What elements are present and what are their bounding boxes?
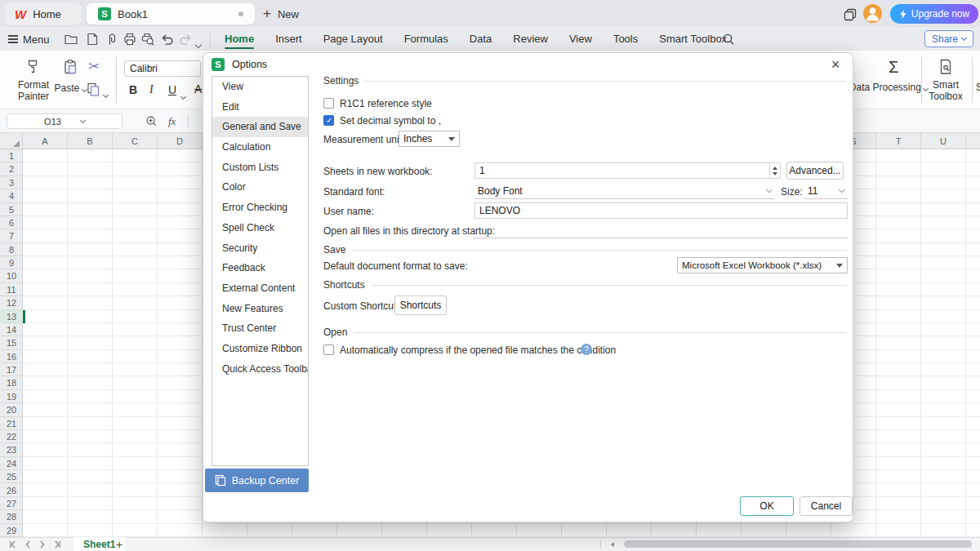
shortcuts-button[interactable]: Shortcuts: [394, 295, 447, 315]
next-sheet-icon[interactable]: [38, 540, 47, 549]
font-name-combobox[interactable]: Calibri: [124, 60, 201, 77]
startup-directory-input[interactable]: [473, 222, 848, 238]
tab-review[interactable]: Review: [502, 27, 559, 51]
row-header-17[interactable]: 17: [0, 363, 23, 376]
user-name-input[interactable]: LENOVO: [474, 202, 848, 219]
help-icon[interactable]: ?: [581, 344, 592, 355]
options-nav-color[interactable]: Color: [212, 177, 308, 198]
column-header-d[interactable]: D: [158, 133, 203, 149]
tab-formulas[interactable]: Formulas: [394, 27, 459, 51]
advanced-button[interactable]: Advanced...: [786, 162, 844, 180]
print-preview-icon[interactable]: [140, 32, 155, 47]
insert-function-button[interactable]: fx: [168, 115, 176, 128]
tab-data[interactable]: Data: [459, 27, 502, 51]
prev-sheet-icon[interactable]: [23, 540, 33, 549]
column-header-u[interactable]: U: [921, 133, 966, 149]
last-sheet-icon[interactable]: [52, 540, 62, 549]
redo-icon[interactable]: [178, 32, 193, 47]
export-icon[interactable]: [105, 32, 119, 47]
row-header-13[interactable]: 13: [0, 310, 23, 323]
column-header-b[interactable]: B: [68, 133, 113, 149]
column-header-a[interactable]: A: [23, 133, 68, 149]
underline-button[interactable]: U: [168, 83, 176, 96]
row-header-16[interactable]: 16: [0, 350, 23, 363]
main-menu-button[interactable]: Menu: [8, 31, 50, 47]
sheets-in-workbook-input[interactable]: 1: [474, 162, 781, 179]
decimal-symbol-checkbox[interactable]: [323, 115, 334, 126]
row-header-15[interactable]: 15: [0, 336, 23, 349]
row-header-10[interactable]: 10: [0, 269, 23, 282]
add-sheet-button[interactable]: +: [116, 538, 122, 551]
copy-options-chevron-icon[interactable]: [104, 86, 108, 100]
row-header-18[interactable]: 18: [0, 376, 23, 389]
upgrade-now-button[interactable]: Upgrade now: [890, 4, 978, 24]
column-header-v[interactable]: V: [966, 133, 980, 149]
row-header-9[interactable]: 9: [0, 256, 23, 269]
row-header-29[interactable]: 29: [0, 524, 23, 537]
underline-options-chevron-icon[interactable]: [181, 87, 185, 102]
tab-insert[interactable]: Insert: [265, 27, 313, 51]
sheets-spinner[interactable]: [769, 163, 780, 178]
name-box[interactable]: O13: [7, 113, 122, 129]
share-button[interactable]: Share: [924, 30, 973, 47]
row-header-8[interactable]: 8: [0, 243, 23, 256]
select-all-corner[interactable]: [0, 133, 23, 149]
options-nav-feedback[interactable]: Feedback: [212, 258, 308, 278]
row-header-3[interactable]: 3: [0, 176, 23, 189]
standard-font-select[interactable]: Body Font: [474, 183, 775, 199]
column-header-t[interactable]: T: [876, 133, 921, 149]
tab-tools[interactable]: Tools: [603, 27, 648, 51]
row-header-22[interactable]: 22: [0, 430, 23, 443]
tab-view[interactable]: View: [559, 27, 603, 51]
scissors-icon[interactable]: ✂: [88, 58, 100, 75]
row-header-14[interactable]: 14: [0, 323, 23, 336]
options-nav-custom-lists[interactable]: Custom Lists: [212, 158, 308, 178]
default-format-select[interactable]: Microsoft Excel Workbook (*.xlsx): [677, 257, 848, 273]
row-header-5[interactable]: 5: [0, 203, 23, 216]
user-avatar-icon[interactable]: [863, 4, 882, 23]
cancel-button[interactable]: Cancel: [800, 496, 853, 516]
copy-icon[interactable]: [85, 81, 101, 97]
save-icon[interactable]: [85, 32, 100, 47]
row-header-1[interactable]: 1: [0, 149, 23, 162]
scroll-left-icon[interactable]: [609, 541, 616, 548]
options-nav-error-checking[interactable]: Error Checking: [212, 198, 308, 218]
font-size-select[interactable]: 11: [804, 183, 848, 199]
horizontal-scrollbar[interactable]: [624, 540, 972, 548]
quick-access-more-icon[interactable]: [196, 36, 201, 51]
document-tab-book1[interactable]: S Book1: [87, 3, 255, 24]
row-header-27[interactable]: 27: [0, 497, 23, 510]
options-nav-edit[interactable]: Edit: [212, 97, 308, 118]
options-nav-spell-check[interactable]: Spell Check: [212, 218, 308, 238]
options-nav-general-and-save[interactable]: General and Save: [212, 117, 308, 137]
row-header-26[interactable]: 26: [0, 484, 23, 497]
first-sheet-icon[interactable]: [8, 540, 18, 549]
row-header-20[interactable]: 20: [0, 403, 23, 416]
row-header-23[interactable]: 23: [0, 443, 23, 456]
tab-home[interactable]: Home: [214, 27, 265, 51]
ok-button[interactable]: OK: [740, 496, 794, 516]
folder-open-icon[interactable]: [64, 32, 78, 47]
row-header-12[interactable]: 12: [0, 296, 23, 309]
tab-page-layout[interactable]: Page Layout: [313, 27, 394, 51]
print-icon[interactable]: [122, 32, 137, 47]
options-nav-view[interactable]: View: [212, 77, 308, 97]
bold-button[interactable]: B: [129, 83, 137, 96]
row-header-7[interactable]: 7: [0, 229, 23, 242]
options-nav-external-content[interactable]: External Content: [212, 278, 308, 299]
row-header-21[interactable]: 21: [0, 417, 23, 430]
row-header-2[interactable]: 2: [0, 162, 23, 176]
wps-home-tab[interactable]: W Home: [5, 3, 82, 24]
restore-window-icon[interactable]: [843, 7, 858, 22]
column-header-c[interactable]: C: [113, 133, 158, 149]
options-nav-security[interactable]: Security: [212, 238, 308, 259]
r1c1-checkbox[interactable]: [323, 98, 334, 109]
row-header-11[interactable]: 11: [0, 283, 23, 296]
options-nav-trust-center[interactable]: Trust Center: [212, 318, 308, 339]
options-nav-calculation[interactable]: Calculation: [212, 137, 308, 158]
backup-center-button[interactable]: Backup Center: [205, 469, 309, 492]
options-nav-quick-access-toolbar[interactable]: Quick Access Toolbar: [212, 359, 308, 380]
measurement-units-select[interactable]: Inches: [399, 131, 460, 147]
row-header-24[interactable]: 24: [0, 457, 23, 470]
row-header-4[interactable]: 4: [0, 189, 23, 202]
